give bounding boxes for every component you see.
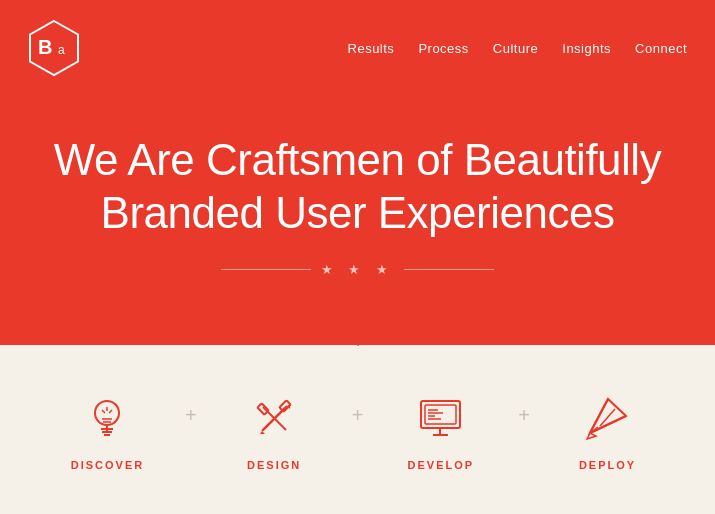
svg-rect-18: [257, 403, 268, 414]
divider-line-right: [404, 269, 494, 270]
plus-3: +: [508, 404, 540, 427]
logo[interactable]: B a: [24, 18, 84, 78]
hero-arrow: [330, 324, 386, 346]
plus-1: +: [175, 404, 207, 427]
bottom-section: DISCOVER + DESIGN +: [0, 345, 715, 514]
divider-stars: ★ ★ ★: [321, 262, 394, 277]
nav-links: Results Process Culture Insights Connect: [348, 41, 687, 56]
process-deploy: DEPLOY: [540, 389, 675, 471]
nav-results[interactable]: Results: [348, 41, 395, 56]
nav-connect[interactable]: Connect: [635, 41, 687, 56]
svg-text:B: B: [38, 36, 52, 58]
svg-line-10: [109, 410, 112, 413]
lightbulb-icon: [77, 389, 137, 449]
design-icon: [244, 389, 304, 449]
svg-rect-22: [425, 405, 456, 424]
nav-insights[interactable]: Insights: [562, 41, 611, 56]
svg-text:a: a: [58, 43, 65, 57]
process-design: DESIGN: [207, 389, 342, 471]
monitor-icon: [411, 389, 471, 449]
nav-process[interactable]: Process: [418, 41, 468, 56]
navigation: B a Results Process Culture Insights Con…: [0, 0, 715, 96]
divider-line-left: [221, 269, 311, 270]
plus-2: +: [342, 404, 374, 427]
svg-line-9: [102, 410, 105, 413]
process-develop: DEVELOP: [373, 389, 508, 471]
hero-title: We Are Craftsmen of Beautifully Branded …: [54, 134, 661, 240]
svg-marker-34: [587, 433, 596, 439]
hero-section: B a Results Process Culture Insights Con…: [0, 0, 715, 345]
hero-divider: ★ ★ ★: [221, 262, 494, 277]
hero-content: We Are Craftsmen of Beautifully Branded …: [0, 96, 715, 345]
process-discover: DISCOVER: [40, 389, 175, 471]
deploy-label: DEPLOY: [579, 459, 636, 471]
process-items: DISCOVER + DESIGN +: [0, 389, 715, 471]
deploy-icon: [578, 389, 638, 449]
develop-label: DEVELOP: [408, 459, 475, 471]
discover-label: DISCOVER: [71, 459, 144, 471]
nav-culture[interactable]: Culture: [493, 41, 538, 56]
design-label: DESIGN: [247, 459, 301, 471]
